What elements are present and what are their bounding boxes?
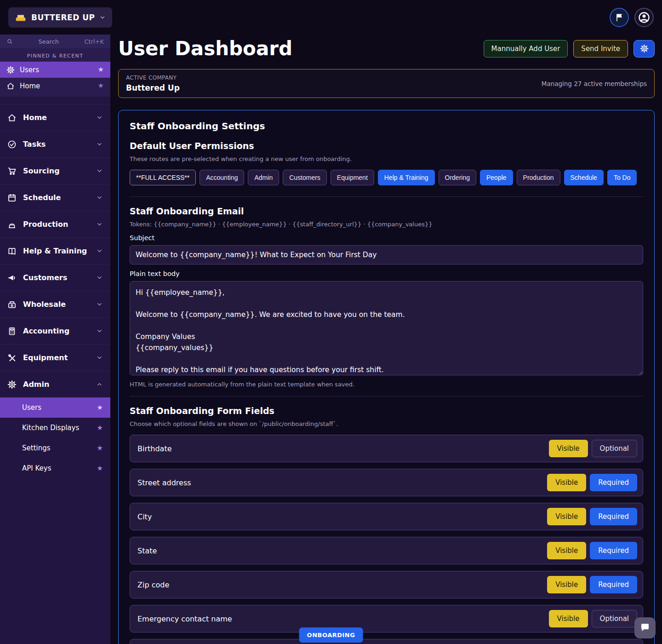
sidebar-item-accounting[interactable]: Accounting	[0, 317, 110, 344]
chevron-down-icon	[96, 141, 103, 148]
sidebar-item-production[interactable]: Production	[0, 211, 110, 237]
requirement-toggle[interactable]: Required	[590, 474, 637, 491]
sidebar-item-kitchen-displays[interactable]: Kitchen Displays ★	[0, 418, 110, 438]
sidebar-item-tasks[interactable]: Tasks	[0, 131, 110, 157]
chevron-down-icon	[96, 221, 103, 228]
divider	[130, 196, 643, 197]
requirement-toggle[interactable]: Required	[590, 576, 637, 593]
sidebar-item-schedule[interactable]: Schedule	[0, 184, 110, 211]
pinned-item-users[interactable]: Users ★	[0, 62, 110, 78]
field-row-emergency-contact-phone: Emergency contact phone Visible Optional	[130, 639, 643, 644]
chip-customers[interactable]: Customers	[283, 170, 327, 185]
chip-production[interactable]: Production	[517, 170, 560, 185]
pinned-item-home[interactable]: Home ★	[0, 78, 110, 94]
visible-toggle[interactable]: Visible	[547, 542, 586, 559]
page-header: User Dashboard Mannually Add User Send I…	[118, 37, 655, 60]
star-icon[interactable]: ★	[97, 404, 103, 411]
top-bar: BUTTERED UP	[0, 0, 662, 34]
manually-add-user-button[interactable]: Mannually Add User	[484, 40, 568, 58]
star-icon[interactable]: ★	[98, 82, 104, 89]
search-placeholder: Search	[13, 38, 84, 45]
star-icon[interactable]: ★	[97, 445, 103, 452]
megaphone-icon	[7, 273, 17, 282]
form-fields-title: Staff Onboarding Form Fields	[130, 406, 643, 416]
sidebar-item-home[interactable]: Home	[0, 104, 110, 131]
chip-help-training[interactable]: Help & Training	[378, 170, 435, 185]
main-content: User Dashboard Mannually Add User Send I…	[110, 34, 662, 644]
field-row-street-address: Street address Visible Required	[130, 469, 643, 496]
panel-title: Staff Onboarding Settings	[130, 121, 643, 132]
cake-icon	[7, 220, 17, 229]
gear-icon	[640, 44, 649, 53]
requirement-toggle[interactable]: Optional	[592, 440, 637, 457]
settings-button[interactable]	[633, 40, 655, 58]
onboarding-button[interactable]: ONBOARDING	[299, 627, 363, 643]
search-icon	[6, 38, 13, 45]
chevron-down-icon	[99, 14, 106, 21]
sidebar-item-settings[interactable]: Settings ★	[0, 438, 110, 458]
chip-people[interactable]: People	[480, 170, 513, 185]
chip-admin[interactable]: Admin	[248, 170, 279, 185]
visible-toggle[interactable]: Visible	[547, 508, 586, 525]
sidebar-item-sourcing[interactable]: Sourcing	[0, 157, 110, 184]
pinned-section: PINNED & RECENT Users ★ Home ★	[0, 48, 110, 97]
sidebar-item-help-training[interactable]: Help & Training	[0, 237, 110, 264]
field-row-emergency-contact-name: Emergency contact name Visible Optional	[130, 605, 643, 632]
sidebar-item-equipment[interactable]: Equipment	[0, 344, 110, 371]
email-title: Staff Onboarding Email	[130, 206, 643, 216]
chevron-down-icon	[96, 114, 103, 121]
staff-onboarding-panel: Staff Onboarding Settings Default User P…	[118, 110, 655, 644]
subject-input[interactable]	[130, 245, 643, 264]
sidebar: Search Ctrl+K PINNED & RECENT Users ★ Ho…	[0, 34, 110, 644]
field-row-zip-code: Zip code Visible Required	[130, 571, 643, 598]
book-icon	[7, 247, 17, 256]
sidebar-item-admin-users[interactable]: Users ★	[0, 397, 110, 418]
header-actions: Mannually Add User Send Invite	[484, 40, 655, 58]
chat-button[interactable]	[634, 617, 656, 638]
topbar-actions	[610, 8, 654, 27]
tools-icon	[7, 353, 17, 362]
brand-name: BUTTERED UP	[31, 13, 95, 22]
chevron-up-icon	[96, 381, 103, 388]
sidebar-item-wholesale[interactable]: Wholesale	[0, 291, 110, 317]
visible-toggle[interactable]: Visible	[547, 576, 586, 593]
star-icon[interactable]: ★	[98, 66, 104, 73]
flag-button[interactable]	[610, 8, 629, 27]
check-circle-icon	[7, 140, 17, 149]
search-input[interactable]: Search Ctrl+K	[0, 34, 110, 48]
chat-icon	[639, 622, 651, 633]
visible-toggle[interactable]: Visible	[549, 440, 588, 457]
permissions-caption: These routes are pre-selected when creat…	[130, 155, 643, 162]
requirement-toggle[interactable]: Required	[590, 508, 637, 525]
account-button[interactable]	[634, 8, 654, 27]
pinned-item-label: Users	[20, 66, 39, 74]
active-company-label: ACTIVE COMPANY	[126, 75, 180, 81]
sidebar-nav: Home Tasks Sourcing Schedule Production …	[0, 104, 110, 478]
sidebar-item-admin[interactable]: Admin	[0, 371, 110, 397]
body-textarea[interactable]: Hi {{employee_name}}, Welcome to {{compa…	[130, 281, 643, 375]
chip-to-do[interactable]: To Do	[607, 170, 637, 185]
chevron-down-icon	[96, 167, 103, 174]
chip-equipment[interactable]: Equipment	[331, 170, 374, 185]
pinned-item-label: Home	[20, 82, 40, 90]
chip-ordering[interactable]: Ordering	[439, 170, 476, 185]
visible-toggle[interactable]: Visible	[549, 610, 588, 627]
sidebar-item-api-keys[interactable]: API Keys ★	[0, 458, 110, 478]
subject-label: Subject	[130, 234, 643, 242]
visible-toggle[interactable]: Visible	[547, 474, 586, 491]
star-icon[interactable]: ★	[97, 425, 103, 431]
send-invite-button[interactable]: Send Invite	[573, 40, 628, 58]
sidebar-item-customers[interactable]: Customers	[0, 264, 110, 291]
requirement-toggle[interactable]: Required	[590, 542, 637, 559]
cart-icon	[7, 167, 17, 176]
field-row-city: City Visible Required	[130, 503, 643, 530]
chip-accounting[interactable]: Accounting	[200, 170, 244, 185]
star-icon[interactable]: ★	[97, 465, 103, 472]
chip-schedule[interactable]: Schedule	[564, 170, 604, 185]
requirement-toggle[interactable]: Optional	[592, 610, 637, 627]
field-row-birthdate: Birthdate Visible Optional	[130, 435, 643, 462]
calendar-icon	[7, 193, 17, 202]
chip-full-access[interactable]: **FULL ACCESS**	[130, 170, 196, 185]
chevron-down-icon	[96, 354, 103, 361]
brand-menu[interactable]: BUTTERED UP	[8, 7, 112, 28]
